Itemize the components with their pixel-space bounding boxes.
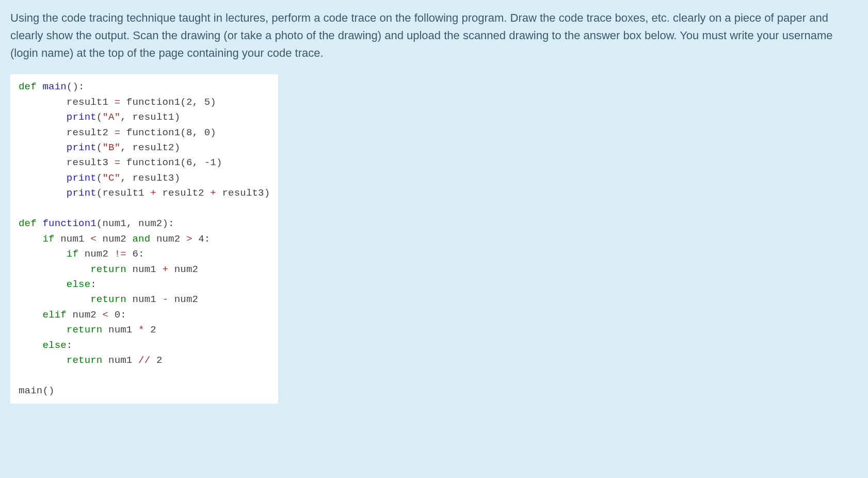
- code-line: if num2 != 6:: [19, 247, 270, 262]
- code-line: print("A", result1): [19, 110, 270, 125]
- code-line: result2 = function1(8, 0): [19, 125, 270, 140]
- question-text: Using the code tracing technique taught …: [10, 9, 858, 62]
- code-line: print("C", result3): [19, 171, 270, 186]
- code-line: print(result1 + result2 + result3): [19, 186, 270, 201]
- code-line: [19, 201, 270, 216]
- code-line: def main():: [19, 79, 270, 94]
- code-line: return num1 * 2: [19, 323, 270, 338]
- code-line: def function1(num1, num2):: [19, 216, 270, 231]
- code-line: return num1 - num2: [19, 292, 270, 307]
- code-block: def main(): result1 = function1(2, 5) pr…: [10, 74, 278, 404]
- code-line: result1 = function1(2, 5): [19, 95, 270, 110]
- code-line: print("B", result2): [19, 140, 270, 155]
- code-line: else:: [19, 277, 270, 292]
- code-line: return num1 + num2: [19, 262, 270, 277]
- code-line: [19, 369, 270, 384]
- code-line: if num1 < num2 and num2 > 4:: [19, 232, 270, 247]
- code-line: else:: [19, 338, 270, 353]
- code-line: main(): [19, 384, 270, 399]
- code-line: result3 = function1(6, -1): [19, 155, 270, 170]
- code-line: return num1 // 2: [19, 353, 270, 368]
- code-line: elif num2 < 0:: [19, 308, 270, 323]
